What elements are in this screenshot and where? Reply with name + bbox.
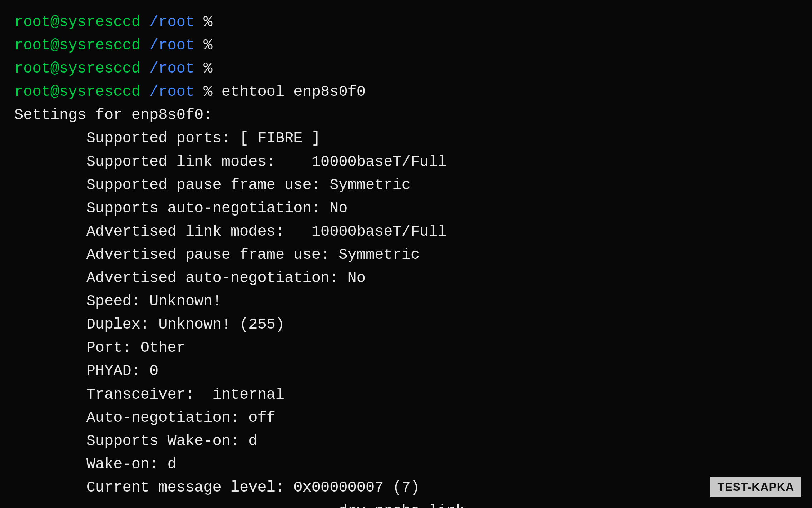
output-supported-ports: Supported ports: [ FIBRE ] (14, 127, 798, 150)
prompt-sym-1: % (194, 11, 212, 34)
prompt-sym-2: % (194, 34, 212, 57)
output-advertised-link: Advertised link modes: 10000baseT/Full (14, 220, 798, 243)
output-supports-wakeon: Supports Wake-on: d (14, 430, 798, 453)
watermark-badge: TEST-KAPKA (710, 477, 801, 497)
output-duplex: Duplex: Unknown! (255) (14, 313, 798, 336)
prompt-user-1: root@sysresccd (14, 11, 140, 34)
prompt-path-1: /root (149, 11, 194, 34)
output-advertised-pause: Advertised pause frame use: Symmetric (14, 243, 798, 267)
prompt-path-2: /root (149, 34, 194, 57)
output-supported-pause: Supported pause frame use: Symmetric (14, 174, 798, 197)
prompt-sep-2 (140, 34, 149, 57)
prompt-path-3: /root (149, 57, 194, 80)
prompt-path-4: /root (149, 80, 194, 104)
terminal-line-2: root@sysresccd /root % (14, 34, 798, 57)
output-auto-neg: Auto-negotiation: off (14, 406, 798, 430)
terminal-line-command: root@sysresccd /root % ethtool enp8s0f0 (14, 80, 798, 104)
output-transceiver: Transceiver: internal (14, 383, 798, 406)
prompt-sym-3: % (194, 57, 212, 80)
prompt-user-3: root@sysresccd (14, 57, 140, 80)
output-message-level: Current message level: 0x00000007 (7) (14, 476, 798, 499)
terminal-window: root@sysresccd /root % root@sysresccd /r… (0, 0, 812, 508)
command-text: ethtool enp8s0f0 (213, 80, 366, 104)
prompt-user-4: root@sysresccd (14, 80, 140, 104)
output-advertised-autoneg: Advertised auto-negotiation: No (14, 267, 798, 290)
output-speed: Speed: Unknown! (14, 290, 798, 313)
prompt-sym-4: % (194, 80, 212, 104)
output-drv-probe: drv probe link (14, 499, 798, 508)
prompt-sep-4 (140, 80, 149, 104)
output-port: Port: Other (14, 336, 798, 360)
output-settings: Settings for enp8s0f0: (14, 104, 798, 127)
prompt-user-2: root@sysresccd (14, 34, 140, 57)
output-supports-autoneg: Supports auto-negotiation: No (14, 197, 798, 220)
terminal-line-1: root@sysresccd /root % (14, 11, 798, 34)
output-supported-link-modes: Supported link modes: 10000baseT/Full (14, 151, 798, 174)
prompt-sep-1 (140, 11, 149, 34)
output-wakeon: Wake-on: d (14, 453, 798, 476)
prompt-sep-3 (140, 57, 149, 80)
output-phyad: PHYAD: 0 (14, 360, 798, 383)
terminal-line-3: root@sysresccd /root % (14, 57, 798, 80)
